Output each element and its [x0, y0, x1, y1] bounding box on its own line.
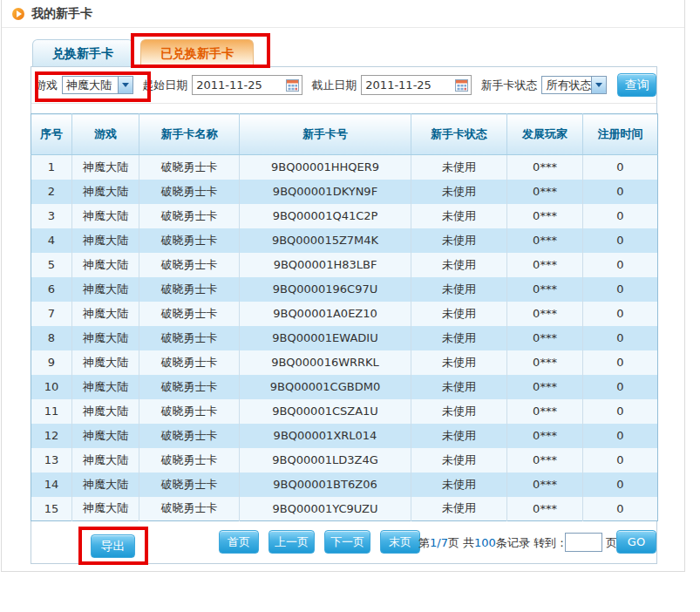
column-header-card-name: 新手卡名称: [139, 114, 240, 155]
cell-game: 神魔大陆: [72, 277, 139, 302]
cell-developed-players: 0***: [507, 473, 583, 497]
cell-card-status: 未使用: [411, 399, 507, 424]
cell-game: 神魔大陆: [72, 253, 139, 277]
cell-card-name: 破晓勇士卡: [139, 253, 240, 277]
table-row: 1神魔大陆破晓勇士卡9BQ00001HHQER9未使用0***0: [31, 155, 658, 180]
table-row: 3神魔大陆破晓勇士卡9BQ00001Q41C2P未使用0***0: [31, 204, 658, 228]
cell-developed-players: 0***: [507, 155, 583, 180]
cell-game: 神魔大陆: [72, 375, 139, 399]
prev-page-button[interactable]: 上一页: [268, 530, 315, 554]
chevron-down-icon[interactable]: [118, 77, 133, 93]
cell-card-status: 未使用: [411, 277, 507, 302]
cell-card-number: 9BQ00001BT6Z06: [240, 473, 411, 497]
cell-developed-players: 0***: [507, 497, 583, 521]
cell-card-name: 破晓勇士卡: [139, 448, 240, 473]
page-info-text: 条记录 转到：: [496, 536, 567, 549]
card-status-select[interactable]: 所有状态: [541, 76, 607, 94]
last-page-button[interactable]: 末页: [380, 530, 420, 554]
filter-bar: 游戏 神魔大陆 起始日期 2011-11-25 截止日期 2011-11-25: [31, 67, 656, 104]
cell-game: 神魔大陆: [72, 302, 139, 326]
cell-register-time: 0: [583, 424, 658, 448]
table-row: 10神魔大陆破晓勇士卡9BQ00001CGBDM0未使用0***0: [31, 375, 658, 399]
cell-card-name: 破晓勇士卡: [139, 277, 240, 302]
cell-developed-players: 0***: [507, 302, 583, 326]
cell-card-number: 9BQ00001CGBDM0: [240, 375, 411, 399]
tab-content-panel: 游戏 神魔大陆 起始日期 2011-11-25 截止日期 2011-11-25: [31, 66, 657, 564]
game-label: 游戏: [35, 78, 58, 93]
goto-page-input[interactable]: [565, 533, 602, 552]
cards-table: 序号 游戏 新手卡名称 新手卡号 新手卡状态 发展玩家 注册时间 1神魔大陆破晓…: [31, 113, 658, 521]
tab-redeemed-cards[interactable]: 已兑换新手卡: [140, 39, 254, 67]
cell-index: 3: [31, 204, 72, 228]
table-row: 12神魔大陆破晓勇士卡9BQ00001XRL014未使用0***0: [31, 424, 658, 448]
export-button[interactable]: 导出: [91, 534, 135, 558]
cell-index: 15: [31, 497, 72, 521]
cell-card-name: 破晓勇士卡: [139, 399, 240, 424]
cell-developed-players: 0***: [507, 253, 583, 277]
cell-register-time: 0: [583, 277, 658, 302]
cell-developed-players: 0***: [507, 277, 583, 302]
cell-card-number: 9BQ0000196C97U: [240, 277, 411, 302]
cell-card-status: 未使用: [411, 424, 507, 448]
cell-index: 13: [31, 448, 72, 473]
cell-card-number: 9BQ00001Q41C2P: [240, 204, 411, 228]
chevron-down-icon[interactable]: [591, 77, 606, 93]
cell-card-status: 未使用: [411, 180, 507, 204]
cell-index: 11: [31, 399, 72, 424]
first-page-button[interactable]: 首页: [219, 530, 259, 554]
cell-card-number: 9BQ00001CSZA1U: [240, 399, 411, 424]
cell-register-time: 0: [583, 155, 658, 180]
cell-card-name: 破晓勇士卡: [139, 326, 240, 350]
game-select-value: 神魔大陆: [63, 78, 112, 93]
query-button[interactable]: 查询: [617, 73, 656, 97]
page-title: 我的新手卡: [31, 6, 92, 22]
cell-card-number: 9BQ00001H83LBF: [240, 253, 411, 277]
cell-developed-players: 0***: [507, 448, 583, 473]
tab-redeem-card[interactable]: 兑换新手卡: [32, 39, 133, 66]
cell-developed-players: 0***: [507, 326, 583, 350]
table-row: 2神魔大陆破晓勇士卡9BQ00001DKYN9F未使用0***0: [31, 180, 658, 204]
cell-card-status: 未使用: [411, 302, 507, 326]
start-date-input[interactable]: 2011-11-25: [192, 75, 302, 95]
table-row: 7神魔大陆破晓勇士卡9BQ00001A0EZ10未使用0***0: [31, 302, 658, 326]
cell-register-time: 0: [583, 497, 658, 521]
pagination: 首页 上一页 下一页 末页: [219, 530, 420, 554]
calendar-icon[interactable]: [286, 79, 299, 92]
cell-index: 2: [31, 180, 72, 204]
cell-card-name: 破晓勇士卡: [139, 497, 240, 521]
end-date-value: 2011-11-25: [365, 78, 432, 92]
page-info: 第1/7页 共100条记录 转到：: [418, 535, 567, 551]
cell-game: 神魔大陆: [72, 473, 139, 497]
cell-card-name: 破晓勇士卡: [139, 180, 240, 204]
play-circle-icon: [12, 8, 24, 20]
cell-card-name: 破晓勇士卡: [139, 473, 240, 497]
column-header-card-status: 新手卡状态: [411, 114, 507, 155]
cell-card-status: 未使用: [411, 228, 507, 253]
go-button[interactable]: GO: [616, 530, 656, 554]
cell-card-name: 破晓勇士卡: [139, 424, 240, 448]
start-date-label: 起始日期: [142, 78, 187, 93]
next-page-button[interactable]: 下一页: [324, 530, 370, 554]
cell-game: 神魔大陆: [72, 228, 139, 253]
game-select[interactable]: 神魔大陆: [62, 76, 133, 94]
cell-game: 神魔大陆: [72, 326, 139, 350]
cell-register-time: 0: [583, 448, 658, 473]
cell-game: 神魔大陆: [72, 448, 139, 473]
card-status-label: 新手卡状态: [480, 78, 537, 93]
page-info-text: 页 共: [448, 536, 474, 549]
cell-index: 14: [31, 473, 72, 497]
cell-card-status: 未使用: [411, 375, 507, 399]
end-date-input[interactable]: 2011-11-25: [361, 75, 472, 95]
column-header-index: 序号: [31, 114, 72, 155]
cell-developed-players: 0***: [507, 375, 583, 399]
calendar-icon[interactable]: [455, 79, 468, 92]
cell-game: 神魔大陆: [72, 180, 139, 204]
cell-game: 神魔大陆: [72, 350, 139, 375]
column-header-register-time: 注册时间: [583, 114, 658, 155]
cell-index: 8: [31, 326, 72, 350]
cell-card-status: 未使用: [411, 350, 507, 375]
cell-card-status: 未使用: [411, 448, 507, 473]
cell-index: 5: [31, 253, 72, 277]
cell-register-time: 0: [583, 399, 658, 424]
cell-card-number: 9BQ00001EWADIU: [240, 326, 411, 350]
